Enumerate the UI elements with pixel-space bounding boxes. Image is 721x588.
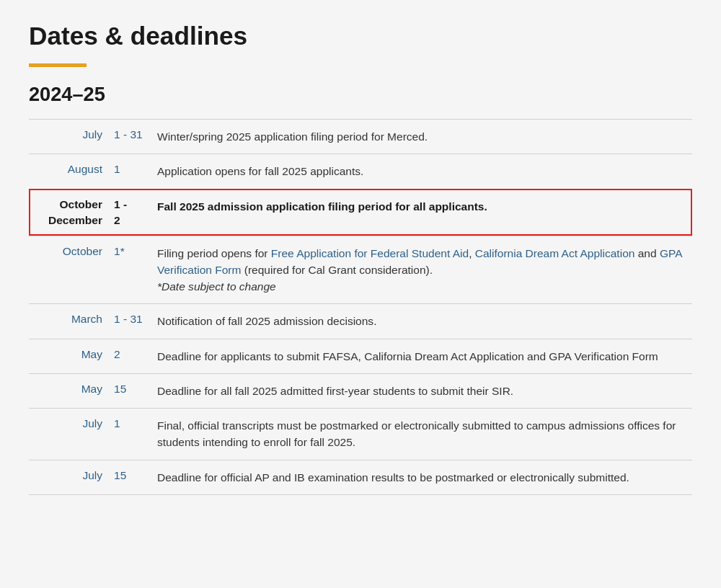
- fafsa-link[interactable]: Free Application for Federal Student Aid: [271, 247, 469, 259]
- day-cell: 1 - 31: [108, 304, 151, 339]
- month-cell: October: [29, 236, 108, 304]
- day-cell: 2: [108, 339, 151, 373]
- month-cell: May: [29, 339, 108, 373]
- day-cell-double: 1 - 2: [108, 189, 151, 236]
- day-cell: 1 - 31: [108, 120, 151, 154]
- table-row: July 15 Deadline for official AP and IB …: [29, 460, 692, 494]
- month-cell: August: [29, 154, 108, 189]
- day-cell: 1*: [108, 236, 151, 304]
- month-cell: March: [29, 304, 108, 339]
- day-cell: 15: [108, 373, 151, 408]
- month-end: December: [48, 214, 102, 227]
- day-end: 2: [114, 214, 146, 227]
- month-cell: July: [29, 460, 108, 494]
- accent-bar: [29, 63, 87, 67]
- month-start: October: [60, 198, 103, 211]
- description-cell: Deadline for applicants to submit FAFSA,…: [151, 339, 692, 373]
- table-row: May 15 Deadline for all fall 2025 admitt…: [29, 373, 692, 408]
- highlighted-table-row: October December 1 - 2 Fall 2025 admissi…: [29, 189, 692, 236]
- month-cell-double: October December: [29, 189, 108, 236]
- day-cell: 15: [108, 460, 151, 494]
- day-cell: 1: [108, 409, 151, 460]
- year-heading: 2024–25: [29, 83, 692, 106]
- table-row: May 2 Deadline for applicants to submit …: [29, 339, 692, 373]
- dream-act-link[interactable]: California Dream Act Application: [475, 247, 635, 259]
- description-cell: Notification of fall 2025 admission deci…: [151, 304, 692, 339]
- description-cell: Deadline for all fall 2025 admitted firs…: [151, 373, 692, 408]
- page-title: Dates & deadlines: [29, 22, 692, 50]
- date-subject-to-change: *Date subject to change: [157, 280, 276, 293]
- description-cell-highlighted: Fall 2025 admission application filing p…: [151, 189, 692, 236]
- table-row: July 1 - 31 Winter/spring 2025 applicati…: [29, 120, 692, 154]
- table-row: October 1* Filing period opens for Free …: [29, 236, 692, 304]
- month-cell: July: [29, 120, 108, 154]
- month-cell: May: [29, 373, 108, 408]
- table-row: July 1 Final, official transcripts must …: [29, 409, 692, 460]
- description-cell: Deadline for official AP and IB examinat…: [151, 460, 692, 494]
- day-cell: 1: [108, 154, 151, 189]
- deadlines-table: July 1 - 31 Winter/spring 2025 applicati…: [29, 119, 692, 495]
- description-cell: Application opens for fall 2025 applican…: [151, 154, 692, 189]
- month-cell: July: [29, 409, 108, 460]
- description-cell: Filing period opens for Free Application…: [151, 236, 692, 304]
- table-row: August 1 Application opens for fall 2025…: [29, 154, 692, 189]
- description-cell: Winter/spring 2025 application filing pe…: [151, 120, 692, 154]
- description-cell: Final, official transcripts must be post…: [151, 409, 692, 460]
- day-start: 1 -: [114, 198, 146, 211]
- table-row: March 1 - 31 Notification of fall 2025 a…: [29, 304, 692, 339]
